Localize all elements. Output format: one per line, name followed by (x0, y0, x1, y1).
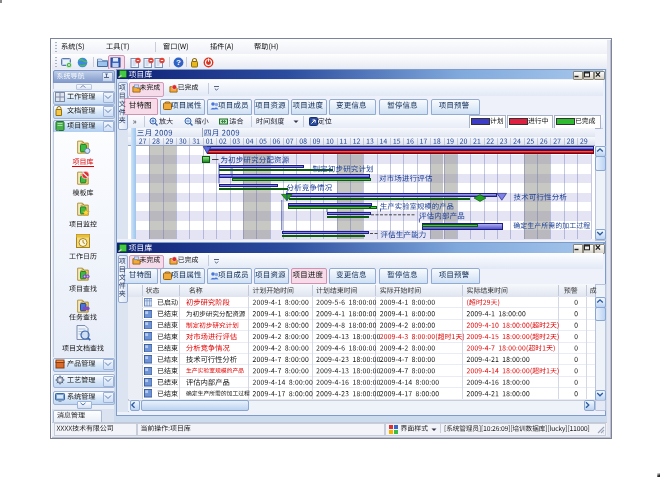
svg-text:?: ? (176, 58, 181, 67)
